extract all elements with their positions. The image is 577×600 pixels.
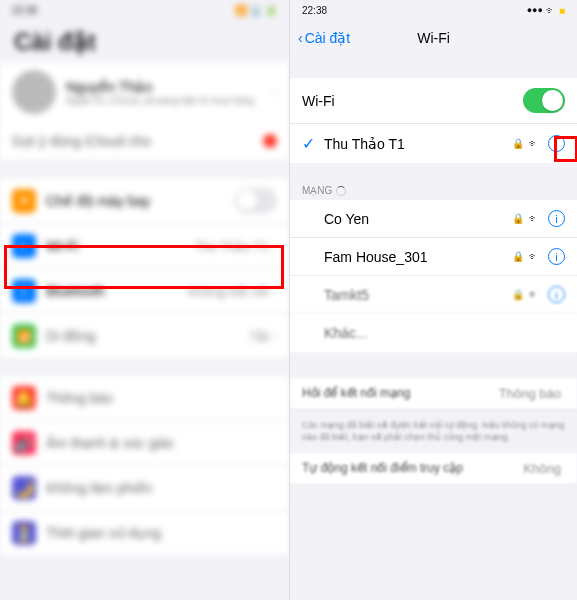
chevron-icon: › [273,85,277,99]
settings-screen: 22:38 📶📡🔋 Cài đặt Nguyễn Thảo Apple ID, … [0,0,289,600]
info-icon[interactable]: i [548,210,565,227]
chevron-icon: › [273,284,277,298]
wifi-signal-icon: ᯤ [529,289,539,300]
avatar [12,70,56,114]
wifi-signal-icon: ᯤ [529,138,539,149]
dnd-row[interactable]: 🌙 Không làm phiền [0,466,289,511]
spinner-icon [336,186,346,196]
lock-icon: 🔒 [512,213,524,224]
info-icon[interactable]: i [548,135,565,152]
connected-network-row[interactable]: ✓ Thu Thảo T1 🔒 ᯤ i [290,124,577,163]
airplane-row[interactable]: ✈ Chế độ máy bay [0,178,289,224]
back-button[interactable]: ‹ Cài đặt [298,30,350,46]
wifi-row[interactable]: ᯤ Wi-Fi Thu Thảo T1 › [0,224,289,269]
notifications-row[interactable]: 🔔 Thông báo [0,376,289,421]
network-row[interactable]: Tamkt5 🔒 ᯤ i [290,276,577,314]
wifi-signal-icon: ᯤ [529,251,539,262]
lock-icon: 🔒 [512,251,524,262]
ask-join-desc: Các mạng đã biết sẽ được kết nối tự động… [302,420,565,443]
airplane-icon: ✈ [12,189,36,213]
badge-icon [263,134,277,148]
wifi-screen: 22:38 ●●●ᯤ■ ‹ Cài đặt Wi-Fi Wi-Fi ✓ Thu … [289,0,577,600]
status-icons: 📶📡🔋 [235,5,277,16]
info-icon[interactable]: i [548,286,565,303]
status-bar: 22:38 ●●●ᯤ■ [290,0,577,18]
hourglass-icon: ⏳ [12,521,36,545]
bell-icon: 🔔 [12,386,36,410]
wifi-signal-icon: ᯤ [529,213,539,224]
profile-row[interactable]: Nguyễn Thảo Apple ID, iCloud, phương tiệ… [0,62,289,122]
status-time: 22:38 [12,5,37,16]
status-time: 22:38 [302,5,327,16]
sounds-row[interactable]: 🔊 Âm thanh & xúc giác [0,421,289,466]
status-icons: ●●●ᯤ■ [527,5,565,16]
wifi-toggle-row: Wi-Fi [290,78,577,124]
network-row[interactable]: Co Yen 🔒 ᯤ i [290,200,577,238]
airplane-toggle[interactable] [235,188,277,213]
screentime-row[interactable]: ⏳ Thời gian sử dụng [0,511,289,555]
profile-subtitle: Apple ID, iCloud, phương tiện & mua hàng [66,95,263,106]
lock-icon: 🔒 [512,289,524,300]
networks-header: MẠNG [290,163,577,200]
auto-hotspot-row[interactable]: Tự động kết nối điểm truy cập Không [290,453,577,485]
ask-join-row[interactable]: Hỏi để kết nối mạng Thông báo [290,378,577,410]
status-bar: 22:38 📶📡🔋 [0,0,289,18]
chevron-icon: › [273,329,277,343]
back-label: Cài đặt [305,30,351,46]
nav-bar: ‹ Cài đặt Wi-Fi [290,18,577,58]
network-row[interactable]: Fam House_301 🔒 ᯤ i [290,238,577,276]
other-network-row[interactable]: Khác... [290,314,577,352]
info-icon[interactable]: i [548,248,565,265]
wifi-icon: ᯤ [12,234,36,258]
bluetooth-row[interactable]: ᛒ Bluetooth Không kết nối › [0,269,289,314]
wifi-toggle[interactable] [523,88,565,113]
suggestion-row[interactable]: Gợi ý dùng iCloud cho [0,122,289,160]
profile-name: Nguyễn Thảo [66,79,263,95]
chevron-left-icon: ‹ [298,30,303,46]
cellular-icon: 📶 [12,324,36,348]
page-title: Cài đặt [0,18,289,62]
lock-icon: 🔒 [512,138,524,149]
moon-icon: 🌙 [12,476,36,500]
checkmark-icon: ✓ [302,134,316,153]
bluetooth-icon: ᛒ [12,279,36,303]
sound-icon: 🔊 [12,431,36,455]
cellular-row[interactable]: 📶 Di động Tắt › [0,314,289,358]
chevron-icon: › [273,239,277,253]
